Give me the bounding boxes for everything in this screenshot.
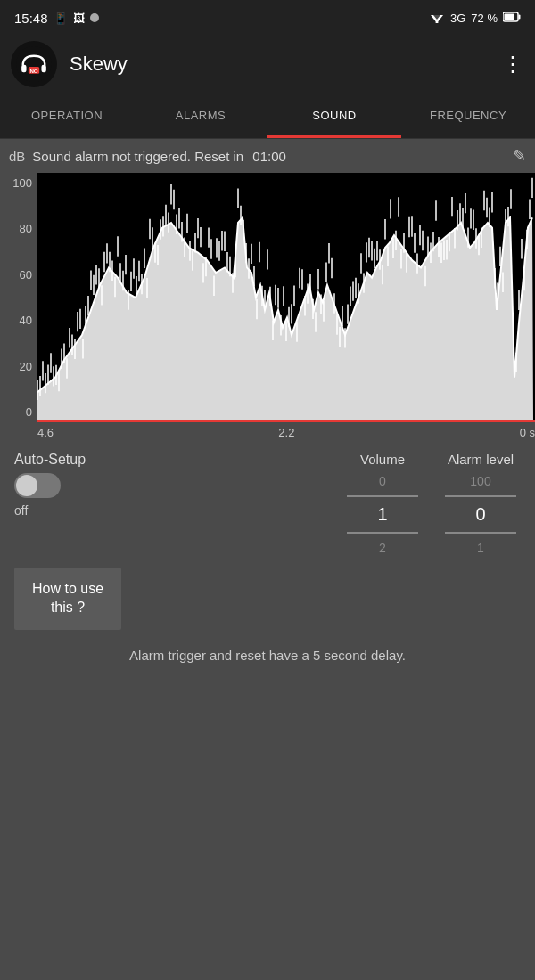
wifi-icon [429,11,445,26]
battery-label: 72 % [471,12,498,25]
x-label-22: 2.2 [278,426,294,439]
x-label-46: 4.6 [37,426,54,439]
y-label-0: 0 [5,405,32,419]
svg-rect-5 [505,14,514,20]
y-label-80: 80 [5,222,32,235]
auto-setup-toggle[interactable] [14,473,61,498]
toggle-state-label: off [14,503,130,518]
controls-section: Auto-Setup off Volume 0 1 2 Alarm level … [0,443,535,564]
chart-red-baseline [37,420,535,422]
volume-slider-line-top[interactable] [347,495,418,497]
volume-bot-value: 2 [379,541,386,555]
alarm-level-mid-value: 0 [475,504,485,525]
sim-icon: 📱 [54,12,68,25]
how-to-btn-container: How to use this ? [14,568,521,630]
dot-icon [90,13,99,22]
footer-note: Alarm trigger and reset have a 5 second … [0,630,535,672]
y-label-100: 100 [5,176,32,190]
svg-point-6 [16,46,52,82]
x-label-0s: 0 s [520,426,535,439]
alarm-level-top-value: 100 [470,474,490,488]
svg-rect-7 [21,65,26,72]
status-left: 15:48 📱 🖼 [14,11,99,26]
edit-icon[interactable]: ✎ [513,146,526,166]
db-label: dB [9,149,25,164]
volume-top-value: 0 [379,474,386,488]
how-to-use-button[interactable]: How to use this ? [14,568,121,630]
y-label-20: 20 [5,360,32,373]
tab-sound[interactable]: SOUND [268,93,401,138]
y-label-40: 40 [5,314,32,327]
alarm-slider-line-bot[interactable] [445,532,516,534]
content-area: dB Sound alarm not triggered. Reset in 0… [0,139,535,672]
tab-operation[interactable]: OPERATION [0,93,134,138]
chart-y-axis: 100 80 60 40 20 0 [0,173,37,422]
tab-alarms[interactable]: ALARMS [134,93,268,138]
svg-text:NO: NO [29,68,37,74]
tabs-bar: OPERATION ALARMS SOUND FREQUENCY [0,93,535,139]
svg-rect-4 [519,15,521,20]
app-bar: NO Skewy ⋮ [0,36,535,93]
status-bar: 15:48 📱 🖼 3G 72 % [0,0,535,36]
alarm-level-bot-value: 1 [477,541,484,555]
alarm-time: 01:00 [252,149,286,164]
status-right: 3G 72 % [429,11,521,26]
toggle-knob [16,475,37,496]
auto-setup-label: Auto-Setup [14,452,130,468]
volume-column: Volume 0 1 2 [342,452,423,555]
alarm-slider-line-top[interactable] [445,495,516,497]
headphone-icon: NO [16,46,52,82]
signal-label: 3G [450,12,465,25]
more-options-icon[interactable]: ⋮ [502,52,524,77]
chart-x-axis: 4.6 2.2 0 s [0,422,535,443]
alarm-status-header: dB Sound alarm not triggered. Reset in 0… [0,139,535,173]
auto-setup-area: Auto-Setup off [14,452,130,518]
volume-slider-line-bot[interactable] [347,532,418,534]
alarm-level-column: Alarm level 100 0 1 [440,452,521,555]
alarm-status-text: Sound alarm not triggered. Reset in 01:0… [32,149,506,164]
image-icon: 🖼 [73,12,85,25]
battery-icon [503,11,521,25]
tab-frequency[interactable]: FREQUENCY [401,93,535,138]
volume-mid-value: 1 [377,504,387,525]
app-title: Skewy [70,53,490,76]
alarm-level-label: Alarm level [448,452,514,467]
app-logo: NO [11,41,57,87]
sliders-area: Volume 0 1 2 Alarm level 100 0 1 [144,452,521,555]
svg-rect-8 [41,65,45,72]
chart-container: 100 80 60 40 20 0 4.6 2.2 0 s [0,173,535,443]
chart-canvas [37,173,535,422]
volume-label: Volume [360,452,405,467]
status-time: 15:48 [14,11,48,26]
y-label-60: 60 [5,268,32,282]
